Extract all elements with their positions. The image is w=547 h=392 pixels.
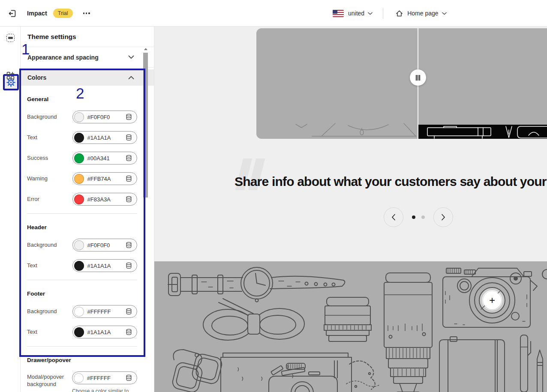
- apps-panel-button[interactable]: [3, 69, 17, 82]
- color-picker-warning[interactable]: #FFB74A: [72, 172, 137, 185]
- us-flag-icon: [333, 10, 344, 17]
- carousel-prev-button[interactable]: [384, 207, 403, 227]
- chevron-left-icon: [391, 214, 396, 221]
- color-row-label: Text: [27, 329, 72, 336]
- carousel-dot-active[interactable]: [412, 215, 415, 219]
- flatlay-illustration: [154, 261, 547, 392]
- page-selector[interactable]: Home page: [395, 9, 446, 18]
- color-swatch: [74, 240, 84, 250]
- product-hotspot-button[interactable]: +: [483, 291, 501, 309]
- color-swatch: [74, 327, 84, 337]
- scrollbar-up-arrow-icon[interactable]: [144, 48, 147, 50]
- color-swatch: [74, 195, 84, 204]
- scrollbar-thumb[interactable]: [143, 53, 148, 197]
- setting-help-text: Choose a color similar to the primary ba…: [72, 388, 137, 392]
- chevron-up-icon: [128, 76, 134, 80]
- chevron-right-icon: [441, 214, 445, 221]
- carousel-dot[interactable]: [421, 215, 425, 219]
- locale-selector[interactable]: united: [348, 10, 364, 17]
- group-heading-general: General: [27, 96, 137, 103]
- color-picker-footer-text[interactable]: #1A1A1A: [72, 326, 137, 338]
- database-icon[interactable]: [125, 329, 132, 335]
- sections-panel-button[interactable]: [3, 31, 17, 45]
- home-icon: [395, 9, 403, 18]
- group-heading-drawer-popover: Drawer/popover: [27, 357, 137, 364]
- color-swatch: [74, 261, 84, 271]
- page-selector-label: Home page: [407, 10, 438, 17]
- color-row-label: Text: [27, 262, 72, 269]
- database-icon[interactable]: [125, 134, 132, 141]
- storefront-preview: Share info about what your customers say…: [154, 27, 547, 392]
- group-heading-header: Header: [27, 224, 137, 231]
- color-picker-modal-popover-background[interactable]: #FFFFFF: [72, 371, 137, 384]
- chevron-down-icon: [128, 55, 134, 59]
- color-swatch: [74, 307, 84, 317]
- color-picker-error[interactable]: #F83A3A: [72, 193, 137, 206]
- color-picker-footer-background[interactable]: #FFFFFF: [72, 305, 137, 318]
- group-divider: [27, 213, 137, 214]
- before-after-image-section: [256, 28, 547, 139]
- color-picker-header-background[interactable]: #F0F0F0: [72, 239, 137, 251]
- exit-editor-button[interactable]: [6, 7, 18, 19]
- more-actions-button[interactable]: [81, 10, 93, 16]
- color-hex-value: #1A1A1A: [87, 263, 122, 269]
- color-row-text: Text #1A1A1A: [27, 131, 137, 144]
- color-picker-header-text[interactable]: #1A1A1A: [72, 259, 137, 272]
- accordion-colors[interactable]: Colors: [21, 69, 154, 86]
- group-divider: [27, 346, 137, 347]
- trial-badge: Trial: [53, 9, 73, 18]
- panel-scrollbar[interactable]: [143, 48, 148, 224]
- color-row-label: Background: [27, 308, 72, 315]
- database-icon[interactable]: [125, 308, 132, 315]
- color-hex-value: #F83A3A: [87, 196, 122, 203]
- selector-divider: [383, 8, 383, 19]
- apps-icon: [6, 72, 15, 80]
- color-row-label: Background: [27, 242, 72, 249]
- top-bar: Impact Trial united Home page: [0, 0, 547, 27]
- accordion-label: Colors: [27, 74, 46, 81]
- editor-icon-rail: [0, 27, 21, 392]
- color-picker-success[interactable]: #00A341: [72, 152, 137, 165]
- color-hex-value: #1A1A1A: [87, 329, 122, 335]
- color-picker-background[interactable]: #F0F0F0: [72, 111, 137, 123]
- top-bar-selectors: united Home page: [333, 0, 447, 27]
- color-swatch: [74, 373, 84, 383]
- database-icon[interactable]: [125, 114, 132, 120]
- database-icon[interactable]: [125, 242, 132, 248]
- color-row-label: Success: [27, 155, 72, 162]
- color-row-label: Background: [27, 114, 72, 121]
- chevron-down-icon: [368, 12, 373, 15]
- color-row-header-text: Text #1A1A1A: [27, 259, 137, 272]
- top-bar-left: Impact Trial: [6, 0, 93, 27]
- sections-icon: [6, 34, 15, 42]
- database-icon[interactable]: [125, 175, 132, 182]
- color-swatch: [74, 174, 84, 184]
- color-hex-value: #FFB74A: [87, 176, 122, 182]
- color-row-background: Background #F0F0F0: [27, 111, 137, 123]
- color-row-label: Modal/popover background: [27, 374, 72, 388]
- carousel-dots: [412, 215, 425, 219]
- color-row-warning: Warning #FFB74A: [27, 172, 137, 185]
- database-icon[interactable]: [125, 196, 132, 203]
- color-swatch: [74, 112, 84, 122]
- colors-settings-body: General Background #F0F0F0 Text #1A1A: [21, 96, 154, 392]
- color-row-label: Warning: [27, 175, 72, 183]
- database-icon[interactable]: [125, 262, 132, 269]
- testimonial-heading: Share info about what your customers say…: [234, 174, 547, 189]
- accordion-appearance-and-spacing[interactable]: Appearance and spacing: [21, 47, 154, 68]
- exit-icon: [8, 9, 17, 18]
- database-icon[interactable]: [125, 374, 132, 381]
- theme-name: Impact: [27, 10, 47, 17]
- panel-title: Theme settings: [21, 27, 154, 47]
- color-hex-value: #00A341: [87, 155, 122, 162]
- color-hex-value: #FFFFFF: [87, 308, 122, 315]
- color-picker-text[interactable]: #1A1A1A: [72, 131, 137, 144]
- color-row-error: Error #F83A3A: [27, 193, 137, 206]
- accordion-label: Appearance and spacing: [27, 54, 99, 61]
- carousel-next-button[interactable]: [433, 207, 453, 227]
- color-hex-value: #1A1A1A: [87, 135, 122, 141]
- database-icon[interactable]: [125, 155, 132, 162]
- inverted-image-strip: [418, 125, 547, 139]
- compare-slider-handle[interactable]: [410, 69, 426, 86]
- color-swatch: [74, 153, 84, 163]
